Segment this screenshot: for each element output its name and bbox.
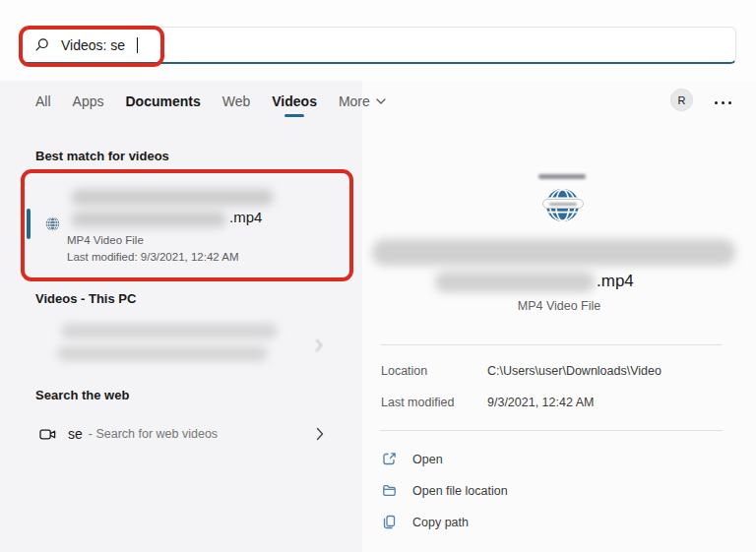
text-caret: [137, 37, 138, 53]
redacted-thumbnail-label: [542, 199, 584, 209]
preview-panel-background: [362, 81, 756, 552]
chevron-down-icon: [376, 98, 386, 104]
web-search-description: - Search for web videos: [89, 427, 218, 441]
open-action[interactable]: Open: [382, 452, 443, 466]
search-icon: [34, 37, 49, 52]
best-match-last-modified: Last modified: 9/3/2021, 12:42 AM: [67, 251, 239, 263]
redacted-thumbnail-caption: [538, 174, 586, 179]
open-file-location-label: Open file location: [412, 484, 508, 498]
tab-apps[interactable]: Apps: [73, 93, 104, 109]
selection-indicator-bar: [27, 209, 31, 239]
copy-icon: [382, 515, 397, 529]
redacted-result-line: [57, 346, 268, 361]
redacted-result-line: [61, 324, 278, 338]
tab-all[interactable]: All: [35, 93, 51, 109]
web-search-query: se: [68, 426, 83, 442]
folder-icon: [382, 483, 397, 498]
search-filter-tabs: All Apps Documents Web Videos More: [35, 93, 386, 109]
chevron-right-icon[interactable]: [315, 338, 323, 352]
location-value: C:\Users\user\Downloads\Video: [487, 364, 662, 378]
chevron-right-icon[interactable]: [316, 427, 324, 441]
copy-path-label: Copy path: [412, 516, 469, 529]
windows-search-flyout: Videos: se All Apps Documents Web Videos…: [0, 0, 756, 552]
copy-path-action[interactable]: Copy path: [382, 515, 469, 529]
active-tab-underline: [284, 114, 304, 117]
best-match-extension: .mp4: [229, 209, 262, 225]
tab-videos[interactable]: Videos: [272, 93, 317, 109]
last-modified-label: Last modified: [381, 396, 454, 409]
avatar[interactable]: R: [670, 89, 693, 111]
redacted-title-line: [71, 189, 274, 206]
search-input[interactable]: Videos: se: [61, 37, 125, 53]
tab-more[interactable]: More: [339, 93, 386, 109]
preview-file-type: MP4 Video File: [362, 299, 756, 313]
tab-web[interactable]: Web: [222, 93, 251, 109]
video-file-thumbnail-icon: [45, 216, 60, 231]
this-pc-header: Videos - This PC: [35, 291, 136, 306]
tab-documents[interactable]: Documents: [125, 93, 200, 109]
open-file-location-action[interactable]: Open file location: [382, 483, 508, 498]
search-box[interactable]: Videos: se: [20, 27, 736, 64]
preview-file-extension: .mp4: [597, 272, 634, 291]
redacted-title-line: [71, 212, 226, 227]
web-search-suggestion[interactable]: se - Search for web videos: [39, 423, 335, 445]
video-camera-icon: [39, 427, 56, 442]
divider: [380, 430, 723, 431]
search-web-header: Search the web: [35, 388, 129, 402]
location-label: Location: [381, 364, 427, 378]
open-action-label: Open: [412, 453, 443, 466]
ellipsis-menu-icon[interactable]: [711, 97, 735, 108]
redacted-preview-title-line: [372, 239, 735, 266]
best-match-file-type: MP4 Video File: [67, 234, 144, 246]
best-match-header: Best match for videos: [35, 149, 169, 163]
redacted-preview-title-line: [435, 272, 595, 292]
open-icon: [382, 452, 397, 466]
last-modified-value: 9/3/2021, 12:42 AM: [487, 396, 594, 409]
divider: [380, 344, 723, 345]
